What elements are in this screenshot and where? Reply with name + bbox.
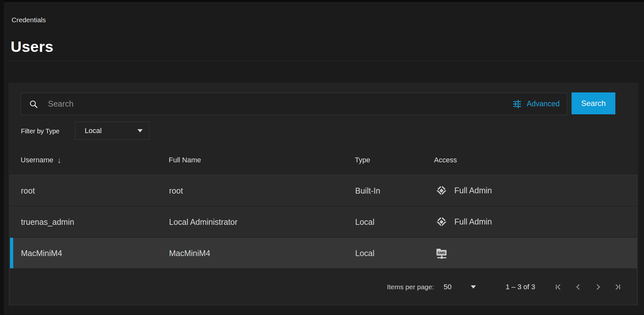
items-per-page-value[interactable]: 50 [444,283,451,291]
pagination-range: 1 – 3 of 3 [506,283,535,291]
filter-type-select[interactable]: Local [75,122,149,140]
users-table: root root Built-In Full Admin [10,175,637,305]
column-header-full-name-label: Full Name [169,156,201,164]
username-cell: root [21,186,35,195]
svg-text:SMB: SMB [437,251,445,254]
filter-type-value: Local [85,127,102,135]
search-button[interactable]: Search [572,92,615,114]
access-label: Full Admin [454,186,492,195]
table-row-macminim4[interactable]: MacMiniM4 MacMiniM4 Local SMB [10,238,637,269]
type-cell: Built-In [355,186,380,195]
table-row-truenas-admin[interactable]: truenas_admin Local Administrator Local [10,206,637,238]
tune-sliders-icon [512,99,522,109]
column-header-username-label: Username [21,156,53,164]
last-page-button[interactable] [613,282,623,292]
previous-page-button[interactable] [573,282,583,292]
breadcrumb[interactable]: Credentials [12,16,46,24]
table-row-root[interactable]: root root Built-In Full Admin [10,175,637,206]
last-page-icon [613,282,622,291]
sort-descending-icon: ↓ [57,156,61,164]
items-per-page-label: Items per page: [387,283,434,291]
full-admin-icon [434,184,449,197]
full-admin-icon [434,215,449,228]
access-cell: SMB [434,246,455,260]
column-header-type-label: Type [355,156,370,164]
type-cell: Local [355,248,374,258]
search-icon [29,99,38,109]
first-page-icon [554,282,563,291]
search-box[interactable]: Advanced [21,93,567,115]
column-header-type[interactable]: Type [355,156,370,164]
access-label: Full Admin [454,217,492,226]
column-header-full-name[interactable]: Full Name [169,156,201,164]
chevron-down-icon [137,129,143,132]
selected-row-indicator [10,238,13,268]
advanced-search-label: Advanced [527,100,560,108]
table-pagination: Items per page: 50 1 – 3 of 3 [10,269,637,305]
filter-by-type-label: Filter by Type [21,128,60,135]
page-title: Users [11,38,53,55]
full-name-cell: root [169,186,183,195]
items-per-page-caret-icon[interactable] [471,285,476,289]
username-cell: truenas_admin [21,217,74,226]
next-page-icon [593,282,602,291]
first-page-button[interactable] [553,282,563,292]
full-name-cell: Local Administrator [169,217,238,226]
window-top-edge [0,0,644,2]
window-left-edge [0,0,4,315]
advanced-search-button[interactable]: Advanced [512,99,560,109]
users-panel: Advanced Search Filter by Type Local Use… [8,83,638,305]
type-cell: Local [355,217,374,226]
next-page-button[interactable] [593,282,603,292]
full-name-cell: MacMiniM4 [169,248,210,258]
access-cell: Full Admin [434,184,492,197]
smb-share-icon: SMB [434,246,449,260]
previous-page-icon [573,282,582,291]
username-cell: MacMiniM4 [21,248,62,258]
column-header-username[interactable]: Username ↓ [21,156,61,164]
title-divider [8,61,644,61]
column-header-access[interactable]: Access [434,156,457,164]
search-input[interactable] [47,99,512,109]
column-header-access-label: Access [434,156,457,164]
access-cell: Full Admin [434,215,492,228]
